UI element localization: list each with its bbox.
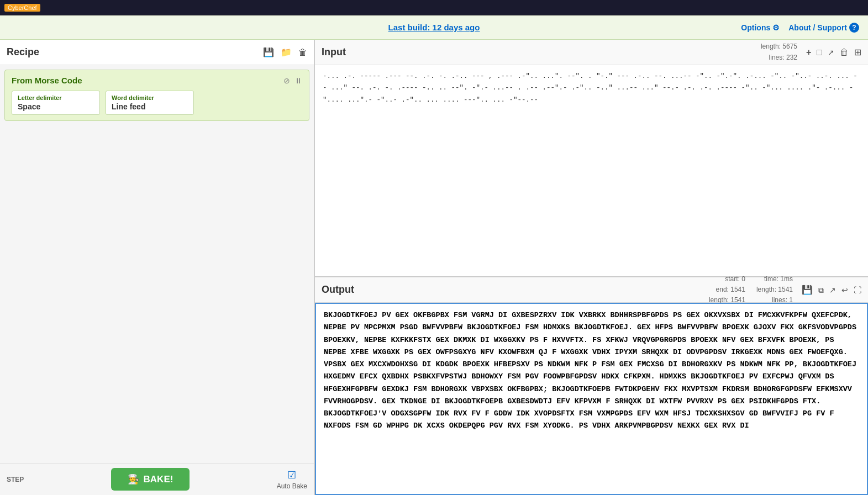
banner-right: Options About / Support xyxy=(741,23,859,33)
input-header: Input length: 5675 lines: 232 xyxy=(315,40,868,65)
input-new-icon[interactable] xyxy=(817,48,822,57)
input-add-icon[interactable] xyxy=(806,48,811,57)
browser-tabs: CyberChef xyxy=(4,4,40,12)
output-meta-left: start: 0 end: 1541 length: 1541 xyxy=(709,274,745,306)
disable-step-icon[interactable] xyxy=(283,76,290,85)
recipe-toolbar xyxy=(263,47,307,57)
last-build-label: Last build: 12 days ago xyxy=(388,23,480,32)
output-content[interactable]: BKJOGDTKFOEJ PV GEX OKFBGPBX FSM VGRMJ D… xyxy=(315,303,868,495)
auto-bake-label: Auto Bake xyxy=(277,482,307,490)
output-toolbar xyxy=(802,285,861,295)
step-params: Letter delimiter Space Word delimiter Li… xyxy=(12,91,302,115)
output-meta-right: time: 1ms length: 1541 lines: 1 xyxy=(756,274,793,306)
top-browser-bar: CyberChef xyxy=(0,0,868,15)
output-undo-icon[interactable] xyxy=(841,285,848,295)
word-delimiter-label: Word delimiter xyxy=(112,94,188,101)
input-meta: length: 5675 lines: 232 xyxy=(761,41,797,62)
word-delimiter-value[interactable]: Line feed xyxy=(112,102,188,111)
step-card-from-morse: From Morse Code Letter delimiter Space W… xyxy=(4,70,309,121)
input-open-icon[interactable] xyxy=(828,48,834,57)
output-meta: start: 0 end: 1541 length: 1541 time: 1m… xyxy=(709,274,793,306)
options-label: Options xyxy=(741,23,770,32)
recipe-body: From Morse Code Letter delimiter Space W… xyxy=(0,65,314,463)
letter-delimiter-value[interactable]: Space xyxy=(18,102,94,111)
output-fullscreen-icon[interactable] xyxy=(854,285,861,295)
pause-step-icon[interactable] xyxy=(294,76,302,85)
input-title: Input xyxy=(322,46,346,58)
bake-label: BAKE! xyxy=(144,474,173,485)
about-support-button[interactable]: About / Support xyxy=(788,23,859,33)
recipe-title: Recipe xyxy=(7,46,39,58)
browser-tab[interactable]: CyberChef xyxy=(4,4,40,12)
input-toolbar xyxy=(806,47,861,57)
input-grid-icon[interactable] xyxy=(854,47,861,57)
letter-delimiter-label: Letter delimiter xyxy=(18,94,94,101)
recipe-header: Recipe xyxy=(0,40,314,65)
bake-button[interactable]: BAKE! xyxy=(111,468,190,491)
output-time: time: 1ms xyxy=(756,274,793,285)
word-delimiter-box: Word delimiter Line feed xyxy=(106,91,194,115)
output-copy-icon[interactable] xyxy=(818,285,824,295)
support-label: About / Support xyxy=(788,23,847,32)
input-length: length: 5675 xyxy=(761,41,797,52)
left-panel: Recipe From Morse Code Lette xyxy=(0,40,315,495)
options-button[interactable]: Options xyxy=(741,23,780,32)
step-label: STEP xyxy=(7,476,24,483)
output-header: Output start: 0 end: 1541 length: 1541 t… xyxy=(315,277,868,303)
output-start: start: 0 xyxy=(709,274,745,285)
right-panel: Input length: 5675 lines: 232 xyxy=(315,40,868,495)
output-length-top: length: 1541 xyxy=(756,285,793,295)
main-area: Recipe From Morse Code Lette xyxy=(0,40,868,495)
input-section: Input length: 5675 lines: 232 xyxy=(315,40,868,277)
question-icon xyxy=(849,23,859,33)
output-title: Output xyxy=(322,284,354,296)
step-name: From Morse Code xyxy=(12,76,82,85)
step-controls xyxy=(283,76,302,85)
recipe-folder-icon[interactable] xyxy=(281,47,292,57)
recipe-footer: STEP BAKE! Auto Bake xyxy=(0,463,314,495)
step-card-header: From Morse Code xyxy=(12,76,302,85)
output-text: BKJOGDTKFOEJ PV GEX OKFBGPBX FSM VGRMJ D… xyxy=(324,309,859,433)
input-content[interactable]: -... .-. ----- .--- --. .-. -. .-.. --- … xyxy=(315,65,868,276)
banner: Last build: 12 days ago Options About / … xyxy=(0,15,868,40)
input-lines: lines: 232 xyxy=(761,52,797,63)
output-end: end: 1541 xyxy=(709,285,745,295)
gear-icon xyxy=(772,23,780,32)
recipe-trash-icon[interactable] xyxy=(298,48,307,57)
recipe-save-icon[interactable] xyxy=(263,47,274,57)
letter-delimiter-box: Letter delimiter Space xyxy=(12,91,100,115)
auto-bake-checkbox[interactable] xyxy=(287,469,296,481)
auto-bake-box: Auto Bake xyxy=(277,469,307,490)
input-clear-icon[interactable] xyxy=(840,48,849,57)
output-section: Output start: 0 end: 1541 length: 1541 t… xyxy=(315,277,868,495)
output-save-icon[interactable] xyxy=(802,285,813,295)
chef-icon xyxy=(128,473,139,485)
input-text: -... .-. ----- .--- --. .-. -. .-.. --- … xyxy=(323,71,860,106)
output-open-icon[interactable] xyxy=(829,285,836,295)
